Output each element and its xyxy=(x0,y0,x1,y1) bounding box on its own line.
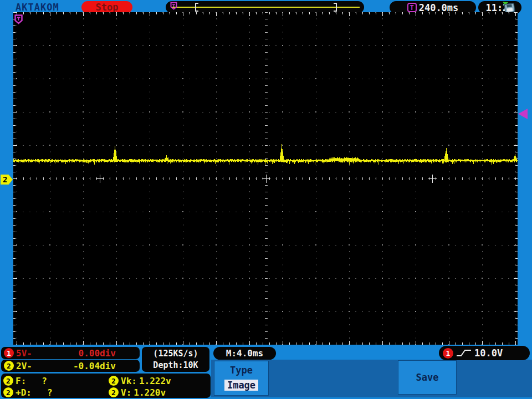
menu-save-button[interactable]: Save xyxy=(398,360,457,395)
meas-ch-badge: 2 xyxy=(109,376,119,386)
record-line xyxy=(172,7,360,8)
window-bracket-right xyxy=(334,3,337,12)
meas-ch-badge: 2 xyxy=(3,387,13,397)
ch2-offset: -0.04div xyxy=(73,361,116,371)
measurement-v: 2 V:1.220v xyxy=(109,387,166,398)
menu-type-button[interactable]: Type Image xyxy=(214,361,269,396)
meas-value: ? xyxy=(47,387,53,398)
menu-type-selected[interactable]: Image xyxy=(224,380,258,391)
meas-value: 1.220v xyxy=(134,387,166,398)
timebase-badge: M:4.0ms xyxy=(213,347,276,360)
brand-label: AKTAKOM xyxy=(16,2,59,13)
ch1-scale: 5V- xyxy=(16,348,32,359)
meas-label: Vk: xyxy=(121,376,137,386)
measurements-panel: 2 F: ? 2 Vk:1.222v 2 +D: ? 2 V:1.220v xyxy=(1,374,211,398)
run-state-label: Stop xyxy=(96,2,119,13)
memory-depth: Depth:10K xyxy=(153,360,198,371)
meas-value: ? xyxy=(42,376,47,386)
meas-ch-badge: 2 xyxy=(3,376,13,386)
graticule-canvas xyxy=(13,12,518,345)
sample-rate: (125KS/s) xyxy=(153,348,198,360)
save-label: Save xyxy=(416,372,439,383)
ch2-badge: 2 xyxy=(4,361,14,371)
rising-edge-icon xyxy=(456,348,472,358)
ch1-badge: 1 xyxy=(4,348,14,358)
measurement-row: 2 +D: ? 2 V:1.220v xyxy=(3,387,208,398)
ch1-offset: 0.00div xyxy=(79,348,116,359)
meas-label: +D: xyxy=(16,387,32,398)
measurement-freq: 2 F: ? xyxy=(3,376,109,386)
trigger-status-badge: 1 10.0V xyxy=(439,346,530,360)
oscilloscope-screen: AKTAKOM Stop T 240.0ms 11:25 2 1 xyxy=(0,0,532,399)
ch2-scale: 2V- xyxy=(16,361,32,371)
window-bracket-left xyxy=(195,3,198,12)
run-state-badge: Stop xyxy=(81,1,132,13)
trigger-position-icon xyxy=(14,14,23,24)
meas-label: V: xyxy=(121,387,131,398)
trigger-t-icon: T xyxy=(407,3,417,12)
ch2-zero-label: 2 xyxy=(3,175,7,184)
trigger-position-flag-icon xyxy=(170,2,177,10)
measurement-row: 2 F: ? 2 Vk:1.222v xyxy=(3,375,208,386)
trigger-level-value: 10.0V xyxy=(474,347,503,359)
acquisition-panel: (125KS/s) Depth:10K xyxy=(142,347,209,372)
ch2-status-row: 2 2V- -0.04div xyxy=(1,360,140,372)
horizontal-position-bar xyxy=(166,1,364,13)
graticule xyxy=(13,12,518,345)
ch1-status-row: 1 5V- 0.00div xyxy=(1,347,140,359)
ch2-zero-marker: 2 xyxy=(1,175,13,185)
measurement-duty: 2 +D: ? xyxy=(3,387,109,398)
menu-type-label: Type xyxy=(214,365,268,376)
meas-ch-badge: 2 xyxy=(109,387,119,397)
measurement-vk: 2 Vk:1.222v xyxy=(109,376,171,386)
meas-label: F: xyxy=(16,376,26,386)
meas-value: 1.222v xyxy=(139,376,171,386)
trigger-time-value: 240.0ms xyxy=(419,2,459,13)
trigger-level-arrow-icon xyxy=(518,109,528,119)
trigger-source-badge: 1 xyxy=(443,348,453,359)
